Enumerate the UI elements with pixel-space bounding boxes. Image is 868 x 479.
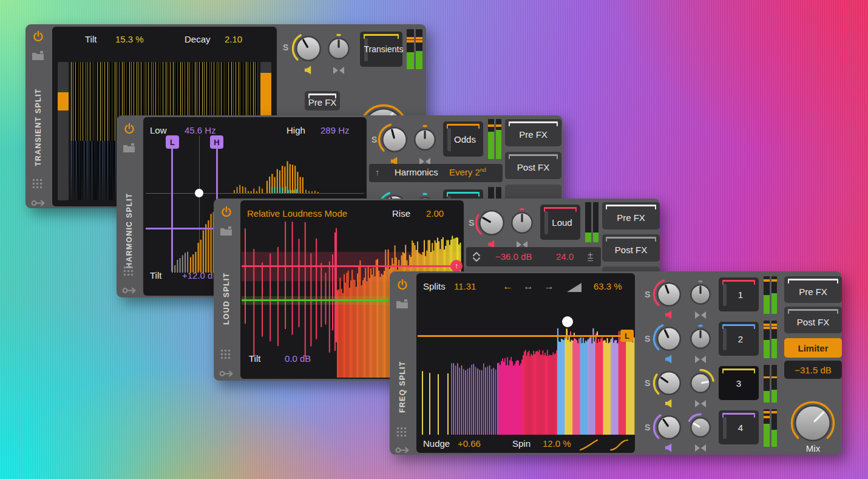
- decay-label: Decay: [185, 34, 211, 44]
- solo-button[interactable]: S: [469, 218, 474, 228]
- pan-knob-3[interactable]: [685, 368, 716, 401]
- channel-button-1[interactable]: 1: [719, 277, 759, 311]
- pre-fx-button[interactable]: Pre FX: [784, 276, 842, 303]
- tilt-value[interactable]: 15.3 %: [115, 34, 144, 44]
- pan-knob-2[interactable]: [685, 324, 716, 356]
- arrow-up-icon: ↑: [455, 262, 458, 270]
- channel-button-odds[interactable]: Odds: [443, 121, 483, 157]
- solo-button-4[interactable]: S: [645, 423, 650, 432]
- remote-controls-icon[interactable]: [32, 178, 42, 189]
- spin-value[interactable]: 12.0 %: [543, 438, 571, 449]
- mapping-icon[interactable]: [122, 287, 137, 294]
- mix-knob[interactable]: [790, 400, 836, 449]
- mapping-icon[interactable]: [395, 446, 410, 454]
- loud-threshold-line[interactable]: [242, 265, 455, 267]
- left-slider[interactable]: [58, 62, 69, 200]
- harmonics-row[interactable]: ↑ Harmonics Every 2nd: [369, 164, 503, 182]
- pre-fx-button[interactable]: Pre FX: [505, 119, 561, 146]
- plus-minus-icon[interactable]: ±: [588, 250, 593, 261]
- slope-curve-icon[interactable]: [579, 439, 598, 451]
- device-title: FREQ SPLIT: [393, 338, 412, 435]
- decay-value[interactable]: 2.10: [225, 34, 242, 44]
- expand-icon[interactable]: [472, 251, 481, 262]
- power-icon[interactable]: [220, 206, 232, 218]
- harmonics-value[interactable]: Every 2nd: [449, 167, 486, 177]
- pan-knob[interactable]: [506, 207, 538, 241]
- mapping-icon[interactable]: [219, 370, 234, 378]
- pre-fx-button[interactable]: Pre FX: [602, 202, 660, 229]
- volume-knob-3[interactable]: [652, 366, 686, 403]
- threshold-value[interactable]: −36.0 dB: [495, 251, 532, 262]
- preset-folder-icon[interactable]: [32, 51, 44, 60]
- volume-knob-4[interactable]: [652, 410, 686, 447]
- harmonics-label: Harmonics: [395, 167, 438, 177]
- volume-knob[interactable]: [474, 205, 509, 243]
- shift-up-icon[interactable]: ↑: [375, 167, 380, 177]
- mapping-icon[interactable]: [31, 199, 46, 207]
- limiter-button[interactable]: Limiter: [784, 338, 842, 358]
- tilt-value[interactable]: 0.0 dB: [285, 353, 311, 364]
- channel-label-1: 1: [738, 290, 743, 300]
- control-dot[interactable]: [562, 316, 573, 327]
- remote-controls-icon[interactable]: [220, 349, 231, 359]
- channel-button-2[interactable]: 2: [719, 322, 759, 356]
- loud-threshold-handle[interactable]: ↑: [450, 260, 463, 272]
- limiter-threshold[interactable]: −31.5 dB: [784, 361, 842, 379]
- post-fx-button[interactable]: Post FX: [784, 307, 842, 333]
- power-icon[interactable]: [396, 279, 409, 291]
- speaker-icon-4: [665, 443, 674, 452]
- power-icon[interactable]: [123, 123, 135, 135]
- channel-button-3[interactable]: 3: [719, 366, 759, 400]
- pre-fx-label: Pre FX: [799, 283, 827, 297]
- solo-button-1[interactable]: S: [645, 290, 650, 299]
- level-meter: [488, 119, 501, 159]
- volume-knob[interactable]: [377, 122, 412, 160]
- channel-button-transients[interactable]: Transients: [360, 32, 402, 67]
- split-marker-tag[interactable]: L: [620, 330, 634, 342]
- solo-button-3[interactable]: S: [645, 378, 650, 388]
- pan-knob-1[interactable]: [685, 279, 716, 312]
- channel-bracket-4: [722, 413, 755, 418]
- volume-knob-2[interactable]: [652, 322, 686, 358]
- level-meter-2: [764, 321, 777, 358]
- s-curve-icon[interactable]: [609, 439, 629, 451]
- pan-knob[interactable]: [323, 33, 354, 67]
- nudge-value[interactable]: +0.66: [458, 438, 481, 449]
- channel-label-2: 2: [738, 334, 743, 344]
- channel-bracket-2: [722, 324, 755, 329]
- speaker-icon-3: [665, 399, 674, 408]
- pan-icon-2: [694, 355, 707, 364]
- pan-knob[interactable]: [409, 124, 441, 158]
- channel-bracket: [447, 124, 480, 129]
- channel-stripe-1: [723, 284, 727, 306]
- channel-button-loud[interactable]: Loud: [540, 205, 580, 240]
- preset-folder-icon[interactable]: [396, 299, 408, 308]
- channel-button-4[interactable]: 4: [719, 410, 759, 444]
- preset-folder-icon[interactable]: [123, 143, 135, 152]
- channel-bracket-1: [722, 280, 755, 285]
- remote-controls-icon[interactable]: [123, 266, 134, 276]
- channel-stripe-2: [723, 328, 727, 350]
- volume-knob-1[interactable]: [652, 277, 686, 314]
- post-fx-label: Post FX: [615, 241, 647, 255]
- post-fx-label: Post FX: [517, 158, 549, 172]
- crosshair-dot[interactable]: [195, 189, 203, 197]
- tilt-label: Tilt: [85, 34, 97, 44]
- post-fx-button[interactable]: Post FX: [602, 234, 660, 262]
- range-value[interactable]: 24.0: [556, 251, 574, 262]
- solo-button-2[interactable]: S: [645, 334, 650, 344]
- preset-folder-icon[interactable]: [220, 226, 232, 236]
- level-meter-3: [764, 365, 777, 403]
- speaker-icon-2: [665, 355, 674, 364]
- volume-knob[interactable]: [291, 31, 326, 69]
- split-line[interactable]: [418, 335, 623, 337]
- pre-fx-button[interactable]: Pre FX: [305, 91, 340, 110]
- power-icon[interactable]: [32, 30, 44, 42]
- solo-button[interactable]: S: [371, 135, 377, 144]
- threshold-row[interactable]: −36.0 dB 24.0 ±: [466, 247, 601, 267]
- left-slider-fill: [58, 92, 69, 110]
- remote-controls-icon[interactable]: [396, 427, 407, 437]
- solo-button[interactable]: S: [283, 42, 288, 52]
- post-fx-button[interactable]: Post FX: [505, 152, 561, 179]
- pan-knob-4[interactable]: [685, 412, 716, 445]
